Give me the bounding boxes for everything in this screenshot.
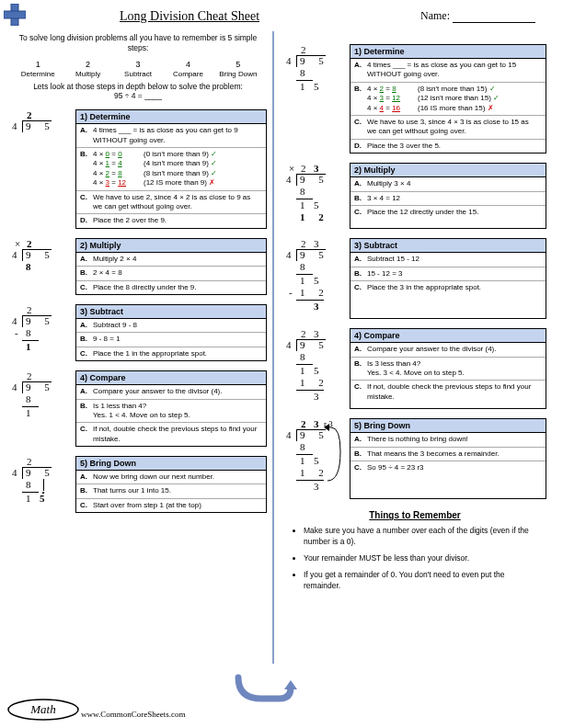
division-diagram: 2 4 9 5 8 1 5 xyxy=(283,44,344,154)
footer-url: www.CommonCoreSheets.com xyxy=(81,710,185,719)
step-name: Multiply xyxy=(63,70,112,78)
division-diagram: 2 3 r 3 4 9 5 8 1 5 1 2 3 xyxy=(283,418,344,499)
step-box: 3) SubtractA.Subtract 9 - 8B.9 - 8 = 1C.… xyxy=(75,304,267,361)
step-box: 1) DetermineA.4 times ___ = is as close … xyxy=(75,109,267,229)
step-box: 1) DetermineA.4 times ___ = is as close … xyxy=(350,44,546,154)
step-line: B.4 × 0 = 0(0 isn't more than 9) ✓4 × 1 … xyxy=(76,148,266,191)
step-line: C.We have to use 3, since 4 × 3 is as cl… xyxy=(350,116,546,140)
step-line: B.4 × 2 = 8(8 isn't more than 15) ✓4 × 3… xyxy=(350,83,546,116)
column-separator xyxy=(272,31,274,664)
intro-text: To solve long division problems all you … xyxy=(9,31,267,54)
step-block: 2 3 4 9 5 8 1 5 - 1 2 3 3) SubtractA.Sub… xyxy=(283,238,546,319)
things-to-remember: Things to Remember Make sure you have a … xyxy=(283,510,546,591)
step-line: C.If not, double check the previous step… xyxy=(76,423,266,446)
left-column: To solve long division problems all you … xyxy=(9,31,267,513)
step-line: C.Place the 3 in the appropriate spot. xyxy=(350,281,546,294)
step-box: 3) SubtractA.Subtract 15 - 12B.15 - 12 =… xyxy=(350,238,546,319)
division-diagram: 2 4 9 5 - 8 1 xyxy=(9,304,70,361)
math-badge: Math xyxy=(7,699,79,722)
step-line: C.Place the 1 in the appropriate spot. xyxy=(76,347,266,360)
step-line: B.That turns our 1 into 15. xyxy=(76,484,266,498)
step-block: 2 3 4 9 5 8 1 5 1 2 3 4) CompareA.Compar… xyxy=(283,328,546,409)
step-line: B.Is 1 less than 4? Yes. 1 < 4. Move on … xyxy=(76,400,266,424)
step-header: 1) Determine xyxy=(76,110,266,124)
division-diagram: 2 3 4 9 5 8 1 5 - 1 2 3 xyxy=(283,238,344,319)
step-line: C.Place the 8 directly under the 9. xyxy=(76,281,266,294)
step-line: B.2 × 4 = 8 xyxy=(76,267,266,280)
step-line: B.Is 3 less than 4? Yes. 3 < 4. Move on … xyxy=(350,358,546,381)
step-name: Compare xyxy=(163,70,213,78)
step-line: A.Compare your answer to the divisor (4)… xyxy=(350,343,546,357)
step-line: C.Place the 12 directly under the 15. xyxy=(350,206,546,219)
step-line: A.Compare your answer to the divisor (4)… xyxy=(76,385,266,399)
step-box: 2) MultiplyA.Multiply 3 × 4B.3 × 4 = 12C… xyxy=(350,163,546,229)
step-name: Bring Down xyxy=(213,70,263,78)
step-number: 4 xyxy=(163,60,213,69)
step-block: 2 4 9 5 8 1 5 5) Bring DownA.Now we brin… xyxy=(9,456,267,513)
step-box: 5) Bring DownA.Now we bring down our nex… xyxy=(75,456,267,513)
step-box: 5) Bring DownA.There is nothing to bring… xyxy=(350,418,546,499)
step-line: D.Place the 2 over the 9. xyxy=(76,214,266,227)
step-line: A.4 times ___ = is as close as you can g… xyxy=(76,124,266,148)
step-number: 5 xyxy=(213,60,263,69)
step-line: A.Multiply 2 × 4 xyxy=(76,253,266,267)
remember-item: Make sure you have a number over each of… xyxy=(304,526,541,548)
step-line: A.Multiply 3 × 4 xyxy=(350,177,546,191)
step-line: A.Subtract 9 - 8 xyxy=(76,319,266,333)
name-label: Name: xyxy=(420,9,535,23)
step-name: Determine xyxy=(13,70,63,78)
step-name: Subtract xyxy=(113,70,163,78)
step-header: 1) Determine xyxy=(350,45,546,59)
step-number: 2 xyxy=(63,60,112,69)
step-line: C.Start over from step 1 (at the top) xyxy=(76,499,266,512)
math-label: Math xyxy=(29,702,55,716)
step-line: C.If not, double check the previous step… xyxy=(350,381,546,404)
step-line: B.15 - 12 = 3 xyxy=(350,267,546,281)
step-number: 3 xyxy=(113,60,163,69)
step-number: 1 xyxy=(13,60,63,69)
steps-row: 1Determine2Multiply3Subtract4Compare5Bri… xyxy=(13,60,263,78)
step-header: 5) Bring Down xyxy=(350,419,546,433)
footer: Math www.CommonCoreSheets.com xyxy=(7,699,556,722)
step-line: C.We have to use 2, since 4 × 2 is as cl… xyxy=(76,191,266,215)
step-block: × 2 4 9 5 8 2) MultiplyA.Multiply 2 × 4B… xyxy=(9,238,267,295)
step-box: 4) CompareA.Compare your answer to the d… xyxy=(350,328,546,409)
step-block: 2 4 9 5 8 1 5 1) DetermineA.4 times ___ … xyxy=(283,44,546,154)
step-line: D.Place the 3 over the 5. xyxy=(350,140,546,153)
step-block: × 2 3 4 9 5 8 1 5 1 2 2) MultiplyA.Multi… xyxy=(283,163,546,229)
right-column: 2 4 9 5 8 1 5 1) DetermineA.4 times ___ … xyxy=(283,35,546,597)
division-diagram: 2 4 9 5 xyxy=(9,109,70,229)
step-header: 2) Multiply xyxy=(350,164,546,177)
step-line: A.Subtract 15 - 12 xyxy=(350,253,546,267)
step-header: 2) Multiply xyxy=(76,239,266,253)
division-diagram: 2 4 9 5 8 1 xyxy=(9,370,70,447)
svg-rect-1 xyxy=(4,11,26,18)
remember-heading: Things to Remember xyxy=(289,510,541,520)
division-diagram: 2 3 4 9 5 8 1 5 1 2 3 xyxy=(283,328,344,409)
step-line: C.So 95 ÷ 4 = 23 r3 xyxy=(350,461,546,474)
step-box: 4) CompareA.Compare your answer to the d… xyxy=(75,370,267,447)
step-line: A.4 times ___ = is as close as you can g… xyxy=(350,59,546,83)
division-diagram: 2 4 9 5 8 1 5 xyxy=(9,456,70,513)
step-line: A.There is nothing to bring down! xyxy=(350,433,546,447)
step-line: B.3 × 4 = 12 xyxy=(350,192,546,206)
step-line: B.9 - 8 = 1 xyxy=(76,333,266,347)
step-line: A.Now we bring down our next number. xyxy=(76,471,266,484)
step-header: 5) Bring Down xyxy=(76,457,266,471)
step-block: 2 4 9 5 - 8 1 3) SubtractA.Subtract 9 - … xyxy=(9,304,267,361)
step-block: 2 3 r 3 4 9 5 8 1 5 1 2 3 5) Bring DownA… xyxy=(283,418,546,499)
step-box: 2) MultiplyA.Multiply 2 × 4B.2 × 4 = 8C.… xyxy=(75,238,267,295)
step-header: 4) Compare xyxy=(76,371,266,385)
plus-icon xyxy=(4,4,26,26)
step-header: 3) Subtract xyxy=(76,305,266,319)
step-header: 3) Subtract xyxy=(350,239,546,253)
division-diagram: × 2 3 4 9 5 8 1 5 1 2 xyxy=(283,163,344,229)
step-block: 2 4 9 5 1) DetermineA.4 times ___ = is a… xyxy=(9,109,267,229)
step-line: B.That means the 3 becomes a remainder. xyxy=(350,448,546,461)
page-title: Long Division Cheat Sheet xyxy=(120,9,259,24)
division-diagram: × 2 4 9 5 8 xyxy=(9,238,70,295)
step-header: 4) Compare xyxy=(350,329,546,343)
step-block: 2 4 9 5 8 1 4) CompareA.Compare your ans… xyxy=(9,370,267,447)
example-line: Lets look at those steps in depth below … xyxy=(9,82,267,100)
remember-item: Your remainder MUST be less than your di… xyxy=(304,553,541,564)
